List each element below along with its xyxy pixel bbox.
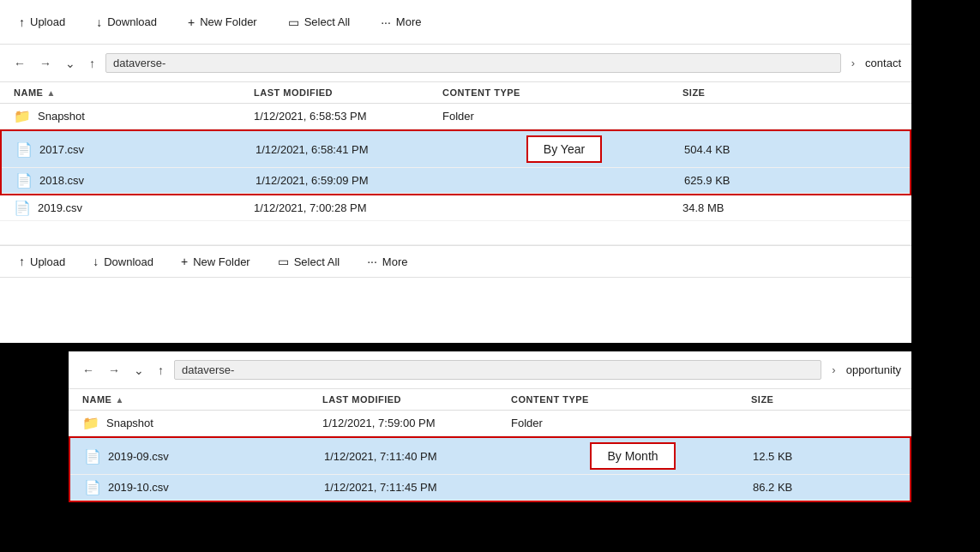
- select-all-label: Select All: [304, 15, 350, 28]
- folder-icon: 📁: [14, 108, 31, 124]
- address-chevron-2: ›: [828, 363, 839, 376]
- more-icon: ···: [381, 15, 391, 29]
- address-input-bottom[interactable]: [174, 360, 821, 380]
- file-date-snapshot-2: 1/12/2021, 7:59:00 PM: [322, 417, 511, 429]
- panel-bottom: ← → ⌄ ↑ › opportunity NAME ▲ LAST MODIFI…: [69, 351, 911, 502]
- black-right-bottom: [911, 351, 980, 502]
- file-row-2019[interactable]: 📄 2019.csv 1/12/2021, 7:00:28 PM 34.8 MB: [0, 195, 911, 221]
- file-row-2017[interactable]: 📄 2017.csv 1/12/2021, 6:58:41 PM By Year…: [2, 131, 910, 168]
- forward-button-2[interactable]: →: [105, 362, 123, 379]
- inline-more-icon: ···: [367, 255, 377, 268]
- col-type-top: CONTENT TYPE: [442, 87, 682, 98]
- file-name-2017: 2017.csv: [39, 143, 84, 156]
- address-bar-bottom: ← → ⌄ ↑ › opportunity: [69, 351, 911, 389]
- file-table-header-bottom: NAME ▲ LAST MODIFIED CONTENT TYPE SIZE: [69, 389, 911, 411]
- up-button-2[interactable]: ↑: [154, 362, 167, 379]
- col-name-bottom[interactable]: NAME ▲: [82, 394, 322, 405]
- black-left-bottom: [0, 351, 69, 502]
- file-type-snapshot-2: Folder: [511, 417, 751, 429]
- file-row-2019-10[interactable]: 📄 2019-10.csv 1/12/2021, 7:11:45 PM 86.2…: [70, 475, 910, 501]
- address-folder-bottom: opportunity: [846, 363, 901, 376]
- more-button[interactable]: ··· More: [376, 12, 426, 33]
- file-date-2019-09: 1/12/2021, 7:11:40 PM: [324, 450, 513, 463]
- inline-new-folder-label: New Folder: [193, 255, 250, 268]
- file-row-snapshot-bottom[interactable]: 📁 Snapshot 1/12/2021, 7:59:00 PM Folder: [69, 411, 911, 436]
- file-row-2019-09[interactable]: 📄 2019-09.csv 1/12/2021, 7:11:40 PM By M…: [70, 438, 910, 475]
- selected-group-bottom: 📄 2019-09.csv 1/12/2021, 7:11:40 PM By M…: [69, 436, 911, 502]
- toolbar-top: ↑︎ Upload ↓︎ Download + New Folder ▭ Sel…: [0, 0, 911, 45]
- file-icon-2017: 📄: [15, 141, 33, 158]
- by-month-annotation: By Month: [590, 442, 675, 470]
- file-date-2017: 1/12/2021, 6:58:41 PM: [256, 143, 444, 156]
- inline-select-all-label: Select All: [294, 255, 340, 268]
- inline-upload-icon: ↑︎: [19, 255, 25, 268]
- back-button-2[interactable]: ←: [79, 362, 98, 379]
- folder-icon-2: 📁: [82, 415, 99, 431]
- address-folder-top: contact: [865, 57, 901, 69]
- file-type: Folder: [442, 110, 682, 123]
- address-bar-top: ← → ⌄ ↑ › contact: [0, 45, 911, 82]
- file-date-2018: 1/12/2021, 6:59:09 PM: [256, 174, 444, 187]
- col-size-top: SIZE: [682, 87, 785, 98]
- back-button[interactable]: ←: [10, 55, 29, 72]
- sort-arrow-2: ▲: [115, 395, 123, 405]
- up-button[interactable]: ↑: [86, 55, 99, 72]
- col-name-top[interactable]: NAME ▲: [14, 87, 254, 98]
- select-all-button[interactable]: ▭ Select All: [283, 12, 355, 33]
- black-bottom: [0, 502, 980, 552]
- upload-button[interactable]: ↑︎ Upload: [14, 12, 70, 33]
- file-table-header-top: NAME ▲ LAST MODIFIED CONTENT TYPE SIZE: [0, 82, 911, 104]
- file-name-2019: 2019.csv: [38, 201, 82, 214]
- upload-label: Upload: [30, 15, 65, 28]
- file-icon-2018: 📄: [15, 172, 33, 189]
- download-button[interactable]: ↓︎ Download: [91, 12, 162, 33]
- file-icon-2019: 📄: [14, 200, 31, 216]
- forward-button[interactable]: →: [36, 55, 55, 72]
- inline-new-folder-icon: +: [181, 255, 188, 268]
- col-modified-bottom: LAST MODIFIED: [322, 394, 511, 405]
- inline-toolbar: ↑︎ Upload ↓︎ Download + New Folder ▭ Sel…: [0, 245, 911, 278]
- new-folder-icon: +: [188, 15, 195, 29]
- file-size-2017: 504.4 KB: [684, 143, 787, 156]
- inline-download-icon: ↓︎: [93, 255, 99, 268]
- new-folder-button[interactable]: + New Folder: [183, 12, 262, 33]
- inline-new-folder-button[interactable]: + New Folder: [176, 251, 256, 272]
- select-all-icon: ▭: [288, 15, 299, 29]
- file-name-2019-09: 2019-09.csv: [108, 450, 169, 463]
- inline-select-all-button[interactable]: ▭ Select All: [273, 251, 345, 272]
- file-icon-2019-09: 📄: [84, 448, 101, 465]
- file-name-2019-10: 2019-10.csv: [108, 481, 169, 494]
- file-name-2018: 2018.csv: [39, 174, 84, 187]
- black-divider: [0, 343, 980, 351]
- address-chevron: ›: [848, 57, 858, 69]
- inline-more-button[interactable]: ··· More: [362, 251, 412, 272]
- col-size-bottom: SIZE: [751, 394, 854, 405]
- black-right-top: [911, 0, 980, 343]
- file-size-2018: 625.9 KB: [684, 174, 787, 187]
- file-date: 1/12/2021, 6:58:53 PM: [254, 110, 442, 123]
- down-button-2[interactable]: ⌄: [130, 362, 147, 379]
- file-row-2018[interactable]: 📄 2018.csv 1/12/2021, 6:59:09 PM 625.9 K…: [2, 168, 910, 194]
- upload-icon: ↑︎: [19, 15, 25, 29]
- file-date-2019-10: 1/12/2021, 7:11:45 PM: [324, 481, 513, 494]
- inline-upload-button[interactable]: ↑︎ Upload: [14, 251, 70, 272]
- file-size-2019: 34.8 MB: [682, 201, 785, 214]
- file-name: Snapshot: [38, 110, 85, 123]
- file-icon-2019-10: 📄: [84, 479, 101, 495]
- down-button[interactable]: ⌄: [62, 55, 79, 72]
- inline-upload-label: Upload: [30, 255, 65, 268]
- download-icon: ↓︎: [96, 15, 102, 29]
- inline-download-button[interactable]: ↓︎ Download: [87, 251, 159, 272]
- inline-more-label: More: [382, 255, 408, 268]
- inline-select-all-icon: ▭: [278, 255, 289, 268]
- col-modified-top: LAST MODIFIED: [254, 87, 442, 98]
- file-row-empty1: [0, 221, 911, 245]
- file-date-2019: 1/12/2021, 7:00:28 PM: [254, 201, 442, 214]
- inline-download-label: Download: [104, 255, 153, 268]
- file-name-snapshot-2: Snapshot: [106, 417, 153, 429]
- selected-group-top: 📄 2017.csv 1/12/2021, 6:58:41 PM By Year…: [0, 129, 911, 195]
- file-row-snapshot-top[interactable]: 📁 Snapshot 1/12/2021, 6:58:53 PM Folder: [0, 104, 911, 129]
- by-year-annotation: By Year: [526, 135, 602, 163]
- address-input-top[interactable]: [105, 53, 841, 73]
- new-folder-label: New Folder: [200, 15, 256, 28]
